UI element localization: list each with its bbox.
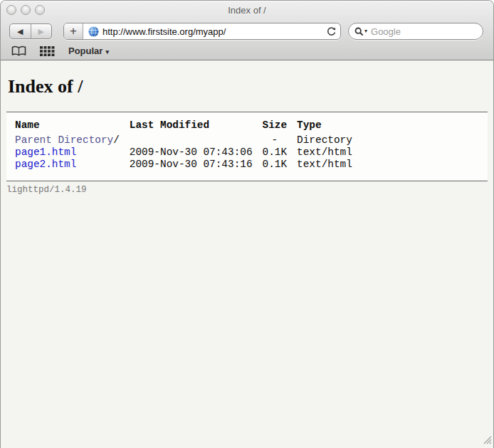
magnifier-icon	[354, 27, 364, 36]
open-book-icon	[11, 46, 26, 56]
table-row: page2.html 2009-Nov-30 07:43:16 0.1K tex…	[15, 159, 362, 171]
size-cell: -	[263, 134, 298, 146]
show-bookmarks-button[interactable]	[11, 46, 26, 56]
back-button[interactable]: ◀	[10, 24, 31, 38]
parent-directory-link[interactable]: Parent Directory	[15, 134, 113, 146]
collections-grid-button[interactable]	[40, 46, 55, 56]
bookmark-item-popular[interactable]: Popular ▾	[68, 46, 109, 56]
name-suffix: /	[113, 134, 120, 146]
nav-buttons: ◀ ▶	[9, 23, 52, 39]
table-row: Parent Directory/ - Directory	[15, 134, 362, 146]
close-button[interactable]	[6, 5, 16, 15]
google-search-input[interactable]	[371, 26, 477, 37]
address-bar-group: +	[63, 23, 341, 40]
search-caret-icon: ▾	[364, 28, 367, 34]
back-arrow-icon: ◀	[17, 27, 23, 36]
last-modified-cell	[130, 134, 263, 146]
browser-chrome: Index of / ◀ ▶ +	[1, 1, 493, 60]
address-input[interactable]	[103, 26, 322, 37]
size-cell: 0.1K	[263, 146, 298, 159]
size-cell: 0.1K	[263, 159, 298, 171]
reload-button[interactable]	[322, 23, 340, 39]
directory-listing: Name Last Modified Size Type Parent Dire…	[6, 112, 488, 181]
browser-window: Index of / ◀ ▶ +	[0, 0, 494, 448]
type-cell: Directory	[297, 134, 362, 146]
column-header-name: Name	[15, 119, 130, 134]
directory-table: Name Last Modified Size Type Parent Dire…	[15, 119, 362, 171]
type-cell: text/html	[297, 146, 362, 159]
search-field[interactable]: ▾	[348, 23, 483, 40]
chevron-down-icon: ▾	[105, 48, 109, 55]
plus-icon: +	[70, 24, 77, 38]
bookmarks-bar: Popular ▾	[1, 42, 493, 60]
file-link-page2[interactable]: page2.html	[15, 159, 76, 170]
type-cell: text/html	[297, 159, 362, 171]
forward-button[interactable]: ▶	[31, 24, 52, 38]
minimize-button[interactable]	[21, 5, 31, 15]
column-header-size: Size	[263, 119, 298, 134]
server-signature: lighttpd/1.4.19	[6, 181, 488, 195]
page-content: Index of / Name Last Modified Size Type …	[1, 60, 493, 448]
forward-arrow-icon: ▶	[38, 27, 44, 36]
grid-icon	[40, 46, 55, 56]
zoom-button[interactable]	[35, 5, 45, 15]
globe-icon	[88, 26, 99, 37]
page-title: Index of /	[8, 76, 488, 97]
file-link-page1[interactable]: page1.html	[15, 146, 76, 158]
table-row: page1.html 2009-Nov-30 07:43:06 0.1K tex…	[15, 146, 362, 159]
window-title: Index of /	[1, 1, 493, 21]
last-modified-cell: 2009-Nov-30 07:43:16	[130, 159, 263, 171]
column-header-last-modified: Last Modified	[130, 119, 263, 134]
add-bookmark-button[interactable]: +	[64, 23, 83, 39]
search-options-button[interactable]: ▾	[354, 27, 367, 36]
title-bar[interactable]: Index of /	[1, 1, 493, 21]
column-header-type: Type	[297, 119, 362, 134]
bookmark-label: Popular	[68, 46, 103, 56]
last-modified-cell: 2009-Nov-30 07:43:06	[130, 146, 263, 159]
window-controls	[6, 5, 45, 15]
resize-grip[interactable]	[481, 434, 492, 447]
toolbar: ◀ ▶ +	[1, 21, 493, 42]
reload-icon	[327, 27, 336, 36]
table-header-row: Name Last Modified Size Type	[15, 119, 362, 134]
